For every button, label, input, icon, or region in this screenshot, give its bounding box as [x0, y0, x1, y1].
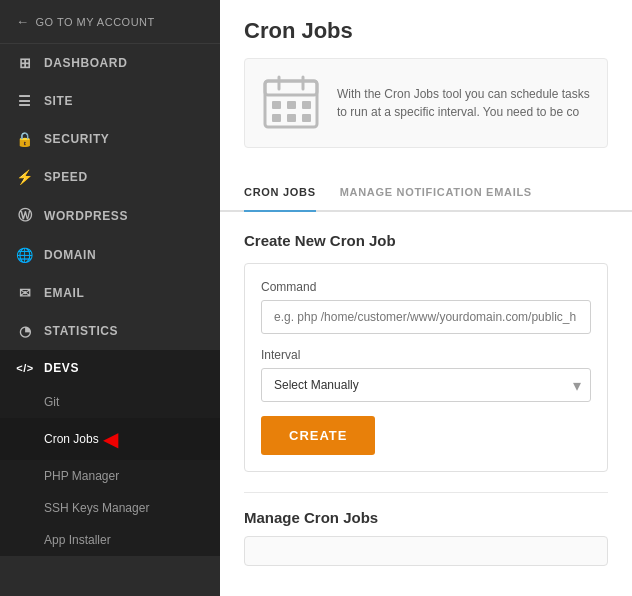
sidebar-item-site[interactable]: ☰ SITE — [0, 82, 220, 120]
sidebar-item-ssh-keys-manager[interactable]: SSH Keys Manager — [0, 492, 220, 524]
svg-rect-1 — [265, 81, 317, 95]
svg-rect-7 — [272, 114, 281, 122]
sidebar-item-label: WORDPRESS — [44, 209, 128, 223]
sidebar-item-label: DOMAIN — [44, 248, 96, 262]
manage-cron-jobs-list — [244, 536, 608, 566]
php-manager-label: PHP Manager — [44, 469, 119, 483]
svg-rect-5 — [287, 101, 296, 109]
main-content: Cron Jobs With the Cron Jobs tool you ca… — [220, 0, 632, 596]
page-title: Cron Jobs — [244, 18, 608, 44]
interval-group: Interval Select Manually — [261, 348, 591, 402]
manage-section-title: Manage Cron Jobs — [244, 509, 608, 526]
domain-icon: 🌐 — [16, 247, 34, 263]
sidebar-item-email[interactable]: ✉ EMAIL — [0, 274, 220, 312]
sidebar: ← GO TO MY ACCOUNT ⊞ DASHBOARD ☰ SITE 🔒 … — [0, 0, 220, 596]
back-to-account[interactable]: ← GO TO MY ACCOUNT — [0, 0, 220, 44]
create-cron-form: Command Interval Select Manually CREATE — [244, 263, 608, 472]
tab-cron-jobs[interactable]: CRON JOBS — [244, 174, 316, 212]
create-button[interactable]: CREATE — [261, 416, 375, 455]
sidebar-item-label: STATISTICS — [44, 324, 118, 338]
lock-icon: 🔒 — [16, 131, 34, 147]
sidebar-item-php-manager[interactable]: PHP Manager — [0, 460, 220, 492]
site-icon: ☰ — [16, 93, 34, 109]
tab-content: Create New Cron Job Command Interval Sel… — [220, 212, 632, 586]
sidebar-item-label: SPEED — [44, 170, 88, 184]
command-input[interactable] — [261, 300, 591, 334]
intro-box: With the Cron Jobs tool you can schedule… — [244, 58, 608, 148]
statistics-icon: ◔ — [16, 323, 34, 339]
manage-section: Manage Cron Jobs — [244, 492, 608, 566]
dashboard-icon: ⊞ — [16, 55, 34, 71]
calendar-icon — [261, 73, 321, 133]
tabs-bar: CRON JOBS MANAGE NOTIFICATION EMAILS — [220, 174, 632, 212]
devs-icon: </> — [16, 362, 34, 374]
app-installer-label: App Installer — [44, 533, 111, 547]
sidebar-item-security[interactable]: 🔒 SECURITY — [0, 120, 220, 158]
sidebar-item-git[interactable]: Git — [0, 386, 220, 418]
ssh-keys-label: SSH Keys Manager — [44, 501, 149, 515]
back-label: GO TO MY ACCOUNT — [36, 16, 155, 28]
sidebar-item-speed[interactable]: ⚡ SPEED — [0, 158, 220, 196]
wordpress-icon: Ⓦ — [16, 207, 34, 225]
selection-arrow-icon: ◀ — [103, 427, 118, 451]
sidebar-item-label: DEVS — [44, 361, 79, 375]
svg-rect-9 — [302, 114, 311, 122]
interval-select-wrapper: Select Manually — [261, 368, 591, 402]
create-section-title: Create New Cron Job — [244, 232, 608, 249]
sidebar-item-label: SECURITY — [44, 132, 109, 146]
sidebar-item-app-installer[interactable]: App Installer — [0, 524, 220, 556]
sidebar-item-wordpress[interactable]: Ⓦ WORDPRESS — [0, 196, 220, 236]
back-arrow-icon: ← — [16, 14, 30, 29]
sidebar-item-label: DASHBOARD — [44, 56, 127, 70]
sidebar-item-label: SITE — [44, 94, 73, 108]
speed-icon: ⚡ — [16, 169, 34, 185]
interval-label: Interval — [261, 348, 591, 362]
git-label: Git — [44, 395, 59, 409]
email-icon: ✉ — [16, 285, 34, 301]
devs-subnav: Git Cron Jobs ◀ PHP Manager SSH Keys Man… — [0, 386, 220, 556]
svg-rect-8 — [287, 114, 296, 122]
svg-rect-4 — [272, 101, 281, 109]
interval-select[interactable]: Select Manually — [261, 368, 591, 402]
sidebar-item-label: EMAIL — [44, 286, 84, 300]
cron-jobs-label: Cron Jobs — [44, 432, 99, 446]
intro-description: With the Cron Jobs tool you can schedule… — [337, 85, 591, 121]
sidebar-item-domain[interactable]: 🌐 DOMAIN — [0, 236, 220, 274]
sidebar-item-cron-jobs[interactable]: Cron Jobs ◀ — [0, 418, 220, 460]
command-group: Command — [261, 280, 591, 334]
sidebar-item-devs[interactable]: </> DEVS — [0, 350, 220, 386]
tab-manage-notifications[interactable]: MANAGE NOTIFICATION EMAILS — [340, 174, 532, 212]
command-label: Command — [261, 280, 591, 294]
sidebar-item-dashboard[interactable]: ⊞ DASHBOARD — [0, 44, 220, 82]
page-header: Cron Jobs With the Cron Jobs tool you ca… — [220, 0, 632, 174]
svg-rect-6 — [302, 101, 311, 109]
sidebar-item-statistics[interactable]: ◔ STATISTICS — [0, 312, 220, 350]
